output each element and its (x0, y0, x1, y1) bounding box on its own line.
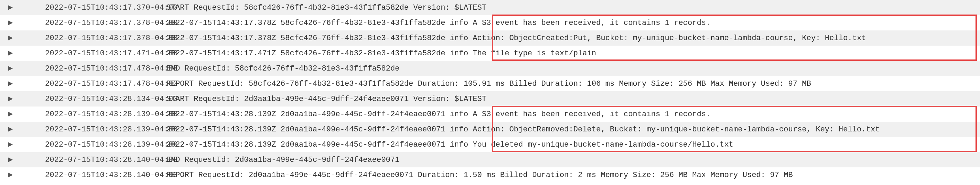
svg-marker-11 (8, 172, 13, 177)
log-message: 2022-07-15T14:43:17.378Z 58cfc426-76ff-4… (166, 34, 980, 43)
log-message: START RequestId: 2d0aa1ba-499e-445c-9dff… (166, 95, 980, 103)
log-message: 2022-07-15T14:43:17.378Z 58cfc426-76ff-4… (166, 19, 980, 27)
log-timestamp: 2022-07-15T10:43:17.370-04:00 (21, 3, 166, 12)
expand-icon[interactable] (0, 96, 21, 101)
log-message: 2022-07-15T14:43:28.139Z 2d0aa1ba-499e-4… (166, 141, 980, 149)
log-timestamp: 2022-07-15T10:43:17.471-04:00 (21, 49, 166, 58)
expand-icon[interactable] (0, 5, 21, 10)
expand-icon[interactable] (0, 142, 21, 147)
log-message: END RequestId: 58cfc426-76ff-4b32-81e3-4… (166, 64, 980, 73)
log-row[interactable]: 2022-07-15T10:43:28.140-04:00 END Reques… (0, 152, 980, 168)
log-timestamp: 2022-07-15T10:43:28.139-04:00 (21, 125, 166, 134)
log-row[interactable]: 2022-07-15T10:43:28.134-04:00 START Requ… (0, 91, 980, 106)
expand-icon[interactable] (0, 127, 21, 132)
log-message: END RequestId: 2d0aa1ba-499e-445c-9dff-2… (166, 156, 980, 164)
log-row[interactable]: 2022-07-15T10:43:28.139-04:00 2022-07-15… (0, 137, 980, 152)
svg-marker-0 (8, 5, 13, 10)
log-timestamp: 2022-07-15T10:43:28.134-04:00 (21, 95, 166, 103)
log-message: 2022-07-15T14:43:28.139Z 2d0aa1ba-499e-4… (166, 125, 980, 134)
svg-marker-5 (8, 81, 13, 86)
expand-icon[interactable] (0, 66, 21, 71)
log-row[interactable]: 2022-07-15T10:43:28.140-04:00 REPORT Req… (0, 168, 980, 183)
log-row[interactable]: 2022-07-15T10:43:28.139-04:00 2022-07-15… (0, 122, 980, 137)
expand-icon[interactable] (0, 36, 21, 41)
log-timestamp: 2022-07-15T10:43:28.140-04:00 (21, 156, 166, 164)
log-row[interactable]: 2022-07-15T10:43:17.370-04:00 START Requ… (0, 0, 980, 15)
log-row[interactable]: 2022-07-15T10:43:28.139-04:00 2022-07-15… (0, 106, 980, 122)
expand-icon[interactable] (0, 21, 21, 25)
log-timestamp: 2022-07-15T10:43:28.139-04:00 (21, 110, 166, 119)
log-timestamp: 2022-07-15T10:43:17.478-04:00 (21, 79, 166, 88)
expand-icon[interactable] (0, 51, 21, 56)
log-timestamp: 2022-07-15T10:43:17.378-04:00 (21, 19, 166, 27)
svg-marker-7 (8, 112, 13, 117)
svg-marker-8 (8, 127, 13, 132)
log-viewer: 2022-07-15T10:43:17.370-04:00 START Requ… (0, 0, 980, 183)
log-row[interactable]: 2022-07-15T10:43:17.478-04:00 REPORT Req… (0, 76, 980, 91)
svg-marker-9 (8, 142, 13, 147)
svg-marker-10 (8, 157, 13, 162)
log-timestamp: 2022-07-15T10:43:28.140-04:00 (21, 171, 166, 179)
expand-icon[interactable] (0, 112, 21, 117)
log-message: REPORT RequestId: 2d0aa1ba-499e-445c-9df… (166, 171, 980, 179)
log-message: REPORT RequestId: 58cfc426-76ff-4b32-81e… (166, 79, 980, 88)
log-row[interactable]: 2022-07-15T10:43:17.478-04:00 END Reques… (0, 61, 980, 76)
log-row[interactable]: 2022-07-15T10:43:17.378-04:00 2022-07-15… (0, 30, 980, 46)
log-timestamp: 2022-07-15T10:43:17.478-04:00 (21, 64, 166, 73)
svg-marker-4 (8, 66, 13, 71)
svg-marker-6 (8, 96, 13, 101)
log-message: START RequestId: 58cfc426-76ff-4b32-81e3… (166, 3, 980, 12)
svg-marker-3 (8, 51, 13, 56)
svg-marker-1 (8, 21, 13, 25)
log-timestamp: 2022-07-15T10:43:28.139-04:00 (21, 141, 166, 149)
log-message: 2022-07-15T14:43:17.471Z 58cfc426-76ff-4… (166, 49, 980, 58)
log-timestamp: 2022-07-15T10:43:17.378-04:00 (21, 34, 166, 43)
expand-icon[interactable] (0, 81, 21, 86)
svg-marker-2 (8, 36, 13, 41)
log-message: 2022-07-15T14:43:28.139Z 2d0aa1ba-499e-4… (166, 110, 980, 119)
log-row[interactable]: 2022-07-15T10:43:17.378-04:00 2022-07-15… (0, 15, 980, 30)
log-row[interactable]: 2022-07-15T10:43:17.471-04:00 2022-07-15… (0, 46, 980, 61)
log-table: 2022-07-15T10:43:17.370-04:00 START Requ… (0, 0, 980, 183)
expand-icon[interactable] (0, 157, 21, 162)
expand-icon[interactable] (0, 172, 21, 177)
